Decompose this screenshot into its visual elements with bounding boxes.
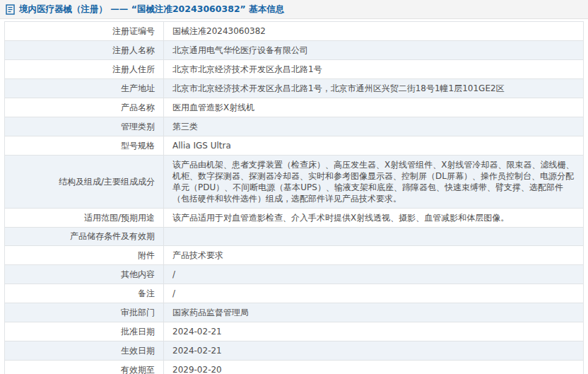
table-row: 生效日期2024-02-21 xyxy=(5,341,584,361)
row-value: / xyxy=(164,284,584,303)
row-value: 北京通用电气华伦医疗设备有限公司 xyxy=(164,41,584,60)
table-row: 审批部门国家药品监督管理局 xyxy=(5,303,584,322)
row-value: 2024-02-21 xyxy=(164,341,584,361)
row-value: Allia IGS Ultra xyxy=(164,136,584,156)
row-value: / xyxy=(164,265,584,284)
row-label: 适用范围/预期用途 xyxy=(5,209,164,228)
row-label: 管理类别 xyxy=(5,117,164,136)
row-label: 备注 xyxy=(5,284,164,303)
row-value: 该产品适用于对血管造影检查、介入手术时提供X射线透视、摄影、血管减影和体层图像。 xyxy=(164,209,584,228)
row-value: 产品技术要求 xyxy=(164,246,584,265)
info-table-body: 注册证编号国械注准20243060382注册人名称北京通用电气华伦医疗设备有限公… xyxy=(5,22,584,374)
table-row: 生产地址北京市北京经济技术开发区永昌北路1号，北京市通州区兴贸二街18号1幢1层… xyxy=(5,79,584,98)
row-label: 注册人住所 xyxy=(5,60,164,79)
table-row: 附件产品技术要求 xyxy=(5,246,584,265)
row-label: 型号规格 xyxy=(5,136,164,156)
row-label: 注册证编号 xyxy=(5,22,164,41)
row-value: 该产品由机架、患者支撑装置（检查床）、高压发生器、X射线管组件、X射线管冷却器、… xyxy=(164,156,584,209)
row-value: 北京市北京经济技术开发区永昌北路1号 xyxy=(164,60,584,79)
row-value: 北京市北京经济技术开发区永昌北路1号，北京市通州区兴贸二街18号1幢1层101G… xyxy=(164,79,584,98)
row-value xyxy=(164,228,584,246)
table-row: 适用范围/预期用途该产品适用于对血管造影检查、介入手术时提供X射线透视、摄影、血… xyxy=(5,209,584,228)
row-label: 产品储存条件及有效期 xyxy=(5,228,164,246)
row-value: 国械注准20243060382 xyxy=(164,22,584,41)
row-value: 2024-02-21 xyxy=(164,322,584,341)
info-table: 注册证编号国械注准20243060382注册人名称北京通用电气华伦医疗设备有限公… xyxy=(4,21,584,374)
table-row: 管理类别第三类 xyxy=(5,117,584,136)
row-label: 有效期至 xyxy=(5,361,164,374)
row-label: 注册人名称 xyxy=(5,41,164,60)
row-label: 其他内容 xyxy=(5,265,164,284)
table-row: 产品名称医用血管造影X射线机 xyxy=(5,98,584,117)
table-wrap: 注册证编号国械注准20243060382注册人名称北京通用电气华伦医疗设备有限公… xyxy=(0,19,588,374)
document-icon xyxy=(6,4,15,15)
table-row: 型号规格Allia IGS Ultra xyxy=(5,136,584,156)
row-value: 医用血管造影X射线机 xyxy=(164,98,584,117)
table-row: 注册证编号国械注准20243060382 xyxy=(5,22,584,41)
table-row: 其他内容/ xyxy=(5,265,584,284)
row-label: 结构及组成/主要组成成分 xyxy=(5,156,164,209)
row-value: 国家药品监督管理局 xyxy=(164,303,584,322)
row-value: 2029-02-20 xyxy=(164,361,584,374)
table-row: 注册人名称北京通用电气华伦医疗设备有限公司 xyxy=(5,41,584,60)
page-header: 境内医疗器械（注册） —— “国械注准20243060382” 基本信息 xyxy=(0,0,588,19)
table-row: 有效期至2029-02-20 xyxy=(5,361,584,374)
table-row: 产品储存条件及有效期 xyxy=(5,228,584,246)
row-value: 第三类 xyxy=(164,117,584,136)
row-label: 审批部门 xyxy=(5,303,164,322)
table-row: 批准日期2024-02-21 xyxy=(5,322,584,341)
row-label: 生产地址 xyxy=(5,79,164,98)
page: 境内医疗器械（注册） —— “国械注准20243060382” 基本信息 注册证… xyxy=(0,0,588,374)
row-label: 生效日期 xyxy=(5,341,164,361)
row-label: 批准日期 xyxy=(5,322,164,341)
table-row: 注册人住所北京市北京经济技术开发区永昌北路1号 xyxy=(5,60,584,79)
row-label: 附件 xyxy=(5,246,164,265)
page-title: 境内医疗器械（注册） —— “国械注准20243060382” 基本信息 xyxy=(19,4,284,15)
row-label: 产品名称 xyxy=(5,98,164,117)
table-row: 结构及组成/主要组成成分该产品由机架、患者支撑装置（检查床）、高压发生器、X射线… xyxy=(5,156,584,209)
table-row: 备注/ xyxy=(5,284,584,303)
